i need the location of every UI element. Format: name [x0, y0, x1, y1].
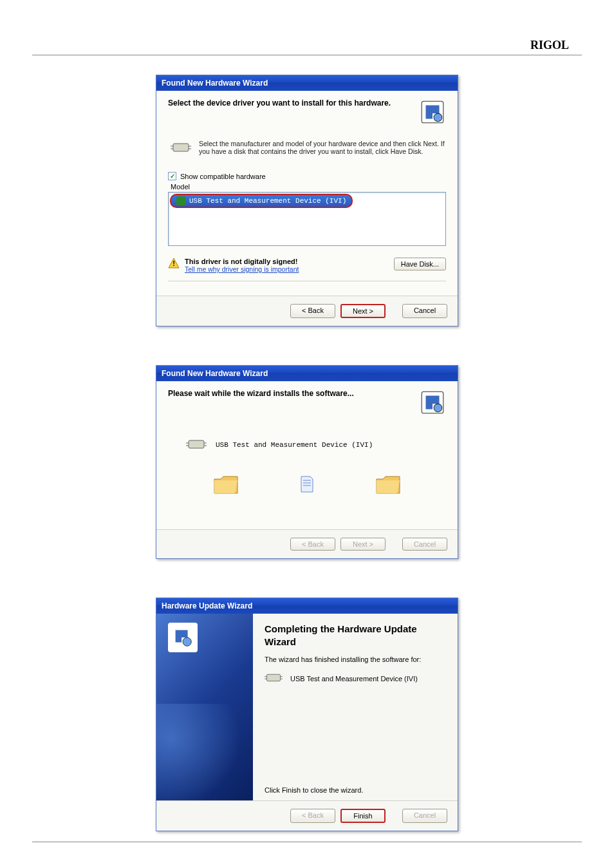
installing-item: USB Test and Measurement Device (IVI) — [216, 441, 373, 449]
device-small-icon — [176, 196, 185, 205]
button-row: < Back Finish Cancel — [156, 800, 458, 831]
folder-dest-icon — [375, 473, 401, 496]
svg-rect-10 — [189, 440, 204, 448]
checkbox-label: Show compatible hardware — [180, 173, 266, 180]
dialog-completing: Hardware Update Wizard Completing the Ha… — [156, 598, 458, 831]
file-flying-icon — [300, 475, 314, 493]
svg-point-18 — [183, 637, 191, 646]
titlebar: Found New Hardware Wizard — [156, 366, 458, 381]
warning-text: This driver is not digitally signed! — [185, 258, 389, 265]
svg-rect-2 — [173, 144, 189, 151]
next-button[interactable]: Next > — [340, 304, 386, 318]
back-button[interactable]: < Back — [290, 304, 335, 318]
have-disk-button[interactable]: Have Disk... — [394, 258, 446, 270]
svg-rect-19 — [267, 674, 281, 681]
model-item-label: USB Test and Measurement Device (IVI) — [189, 197, 346, 205]
device-wizard-icon — [168, 623, 198, 652]
model-item-selected[interactable]: USB Test and Measurement Device (IVI) — [170, 194, 353, 208]
button-row: < Back Next > Cancel — [156, 529, 458, 558]
device-wizard-icon — [419, 389, 446, 416]
dialog-select-driver: Found New Hardware Wizard Select the dev… — [156, 75, 458, 326]
brand-text: RIGOL — [530, 39, 569, 52]
svg-point-1 — [434, 113, 442, 122]
close-instruction: Click Finish to close the wizard. — [265, 781, 446, 794]
dialog-heading: Select the device driver you want to ins… — [168, 99, 413, 108]
dialog-heading: Completing the Hardware Update Wizard — [265, 623, 446, 648]
progress-animation — [168, 473, 446, 496]
chip-icon — [171, 140, 191, 156]
cancel-button: Cancel — [402, 538, 447, 551]
device-wizard-icon — [419, 99, 446, 126]
installed-item: USB Test and Measurement Device (IVI) — [290, 675, 418, 683]
cancel-button[interactable]: Cancel — [402, 304, 447, 318]
chip-icon — [265, 671, 283, 686]
wizard-sidebar-image — [156, 614, 253, 800]
svg-text:!: ! — [172, 259, 175, 267]
titlebar: Hardware Update Wizard — [156, 598, 458, 614]
show-compatible-checkbox[interactable]: Show compatible hardware — [168, 172, 446, 180]
finish-button[interactable]: Finish — [340, 809, 386, 823]
cancel-button: Cancel — [402, 809, 447, 823]
dialog-heading: Please wait while the wizard installs th… — [168, 389, 413, 398]
footer-rule — [32, 842, 582, 842]
dialog-installing: Found New Hardware Wizard Please wait wh… — [156, 365, 458, 559]
dialog-instructions: Select the manufacturer and model of you… — [199, 140, 446, 156]
titlebar: Found New Hardware Wizard — [156, 75, 458, 91]
svg-point-9 — [434, 404, 442, 412]
back-button: < Back — [290, 809, 335, 823]
checkbox-icon — [168, 172, 176, 180]
dialog-subtext: The wizard has finished installing the s… — [265, 656, 446, 663]
driver-signing-link[interactable]: Tell me why driver signing is important — [185, 265, 299, 273]
folder-source-icon — [213, 473, 239, 496]
next-button: Next > — [340, 538, 386, 551]
warning-icon: ! — [168, 258, 180, 269]
page-header: RIGOL — [32, 39, 582, 55]
button-row: < Back Next > Cancel — [156, 296, 458, 326]
model-listbox[interactable]: USB Test and Measurement Device (IVI) — [168, 192, 446, 246]
chip-icon — [186, 437, 207, 453]
back-button: < Back — [290, 538, 335, 551]
model-list-label: Model — [171, 183, 446, 191]
